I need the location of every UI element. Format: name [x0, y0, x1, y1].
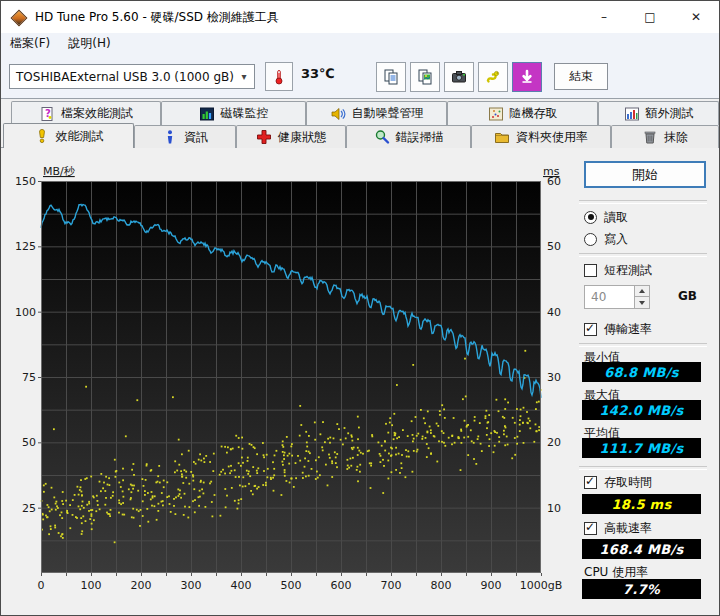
temperature-indicator: [265, 62, 293, 91]
tab-info[interactable]: 資訊: [134, 125, 236, 148]
grid: [41, 181, 541, 573]
tab-error-scan[interactable]: 錯誤掃描: [346, 125, 471, 148]
info-icon: [162, 129, 178, 145]
x-axis-tick: 300: [181, 579, 202, 592]
benchmark-chart: 1501251007550256050403020100100200300400…: [1, 148, 576, 616]
spinner-up-button[interactable]: [634, 286, 649, 297]
camera-icon: [451, 69, 467, 85]
min-value-display: 68.8 MB/s: [582, 362, 701, 382]
transfer-rate-checkbox[interactable]: ✓ 傳輸速率: [584, 321, 652, 337]
start-button[interactable]: 開始: [584, 161, 706, 188]
burst-rate-display: 168.4 MB/s: [582, 539, 701, 559]
tab-random-access[interactable]: 隨機存取: [447, 101, 598, 125]
tab-disk-monitor[interactable]: 磁碟監控: [161, 101, 306, 125]
x-axis-tick: 100: [81, 579, 102, 592]
check-icon: ✓: [585, 321, 595, 335]
folder-icon: [494, 129, 510, 145]
tab-label: 磁碟監控: [221, 105, 269, 122]
x-axis-tick: 1000gB: [520, 579, 563, 592]
short-test-checkbox[interactable]: ✓ 短程測試: [584, 262, 652, 278]
y-axis-tick-right: 10: [547, 502, 561, 515]
tab-aam[interactable]: 自動噪聲管理: [306, 101, 447, 125]
x-axis-tick: 800: [431, 579, 452, 592]
drive-select[interactable]: TOSHIBAExternal USB 3.0 (1000 gB) ▾: [9, 64, 255, 89]
x-axis-tick: 200: [131, 579, 152, 592]
write-radio[interactable]: 寫入: [584, 231, 628, 247]
read-radio[interactable]: 讀取: [584, 209, 628, 225]
y-axis-tick-right: 50: [547, 240, 561, 253]
short-test-label: 短程測試: [604, 262, 652, 279]
tab-folder-usage[interactable]: 資料夾使用率: [471, 125, 611, 148]
capacity-spinner[interactable]: 40: [584, 285, 650, 309]
copy-image-icon: [417, 69, 433, 85]
website-button[interactable]: [478, 62, 508, 92]
tab-label: 健康狀態: [278, 129, 326, 146]
write-radio-label: 寫入: [604, 231, 628, 248]
x-axis-tick: 600: [331, 579, 352, 592]
y-axis-tick-left: 150: [15, 175, 36, 188]
close-button[interactable]: ✕: [673, 1, 719, 32]
avg-value-display: 111.7 MB/s: [582, 438, 701, 458]
radio-icon: [584, 211, 597, 224]
tab-label: 效能測試: [56, 128, 104, 145]
read-radio-label: 讀取: [604, 209, 628, 226]
random-access-icon: [488, 106, 504, 122]
gecko-icon: [485, 69, 501, 85]
transfer-rate-label: 傳輸速率: [604, 321, 652, 338]
tab-label: 錯誤掃描: [396, 129, 444, 146]
temperature-label: 33℃: [301, 66, 335, 81]
access-time-label: 存取時間: [604, 474, 652, 491]
trash-icon: [642, 129, 658, 145]
toolbar: TOSHIBAExternal USB 3.0 (1000 gB) ▾ 33℃: [1, 53, 719, 99]
tab-health[interactable]: 健康狀態: [236, 125, 346, 148]
copy-image-button[interactable]: [410, 62, 440, 92]
menubar: 檔案(F) 說明(H): [1, 33, 719, 53]
tab-label: 資料夾使用率: [516, 129, 588, 146]
capacity-value: 40: [591, 290, 606, 304]
tab-label: 額外測試: [646, 105, 694, 122]
separator: [579, 253, 707, 257]
max-value-display: 142.0 MB/s: [582, 400, 701, 420]
titlebar: HD Tune Pro 5.60 - 硬碟/SSD 檢測維護工具 – □ ✕: [1, 1, 719, 33]
y-axis-tick-right: 20: [547, 436, 561, 449]
tab-label: 檔案效能測試: [61, 105, 133, 122]
benchmark-icon: [34, 128, 50, 144]
access-time-checkbox[interactable]: ✓ 存取時間: [584, 474, 652, 490]
tab-strip: ? 檔案效能測試 磁碟監控 自動噪聲管理: [1, 99, 719, 148]
check-icon: ✓: [585, 520, 595, 534]
x-axis-tick: 700: [381, 579, 402, 592]
disk-monitor-icon: [199, 106, 215, 122]
tab-label: 資訊: [184, 129, 208, 146]
app-icon: [11, 10, 26, 25]
tab-extra-tests[interactable]: 額外測試: [598, 101, 719, 125]
tab-file-benchmark[interactable]: ? 檔案效能測試: [11, 101, 161, 125]
spinner-down-button[interactable]: [634, 297, 649, 308]
window-title: HD Tune Pro 5.60 - 硬碟/SSD 檢測維護工具: [35, 9, 279, 26]
minimize-button[interactable]: –: [581, 1, 627, 32]
burst-rate-checkbox[interactable]: ✓ 高載速率: [584, 520, 652, 536]
screenshot-button[interactable]: [444, 62, 474, 92]
capacity-unit-label: GB: [678, 289, 697, 303]
menu-item-file[interactable]: 檔案(F): [1, 33, 59, 53]
access-time-display: 18.5 ms: [582, 494, 701, 514]
tab-label: 自動噪聲管理: [352, 105, 424, 122]
maximize-button[interactable]: □: [627, 1, 673, 32]
exit-button[interactable]: 結束: [554, 63, 608, 90]
extra-tests-icon: [624, 106, 640, 122]
y-axis-tick-left: 25: [22, 502, 36, 515]
tab-benchmark[interactable]: 效能測試: [3, 123, 134, 148]
cpu-usage-label: CPU 使用率: [584, 564, 648, 579]
update-button[interactable]: [512, 62, 542, 92]
check-icon: ✓: [585, 474, 595, 488]
right-axis-unit-label: ms: [543, 165, 560, 178]
checkbox-icon: ✓: [584, 264, 597, 277]
checkbox-icon: ✓: [584, 476, 597, 489]
app-window: HD Tune Pro 5.60 - 硬碟/SSD 檢測維護工具 – □ ✕ 檔…: [0, 0, 720, 616]
burst-rate-label: 高載速率: [604, 520, 652, 537]
menu-item-help[interactable]: 說明(H): [59, 33, 119, 53]
tab-erase[interactable]: 抹除: [611, 125, 719, 148]
y-axis-tick-left: 100: [15, 306, 36, 319]
health-cross-icon: [256, 129, 272, 145]
copy-text-button[interactable]: [376, 62, 406, 92]
x-axis-tick: 500: [281, 579, 302, 592]
